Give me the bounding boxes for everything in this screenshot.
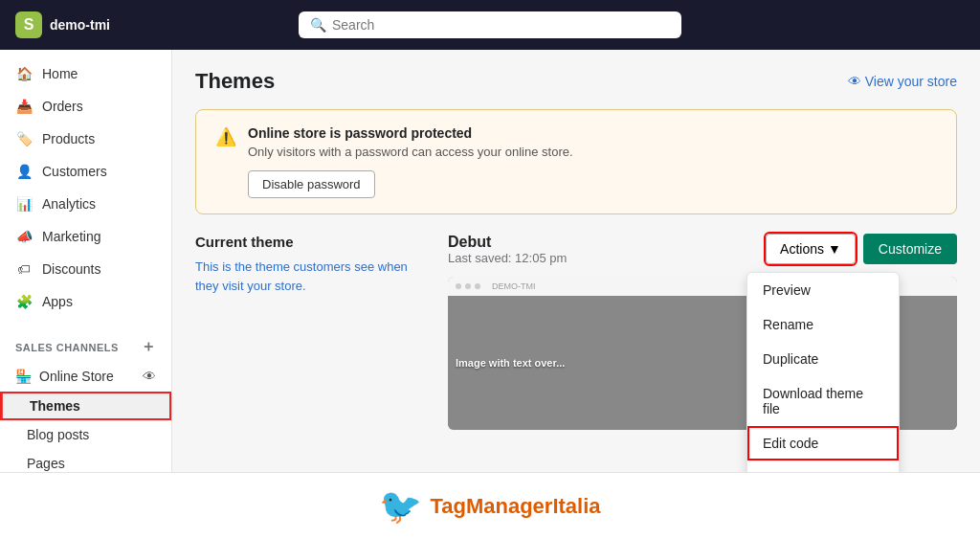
watermark-text: TagManagerItalia [430, 494, 600, 519]
theme-name: Debut [448, 234, 567, 251]
current-theme-desc: This is the theme customers see when the… [195, 258, 425, 295]
online-store-settings-icon[interactable]: 👁 [143, 369, 156, 384]
current-theme-heading: Current theme [195, 234, 425, 250]
warning-icon: ⚠️ [215, 126, 236, 147]
watermark-bar: 🐦 TagManagerItalia [0, 472, 980, 539]
sidebar-item-discounts[interactable]: 🏷 Discounts [0, 253, 171, 285]
current-theme-section: Current theme This is the theme customer… [195, 234, 957, 430]
view-store-label: View your store [865, 74, 957, 89]
watermark-text-orange: Italia [552, 494, 600, 518]
customers-icon: 👤 [15, 163, 33, 180]
blog-posts-label: Blog posts [27, 427, 89, 442]
main-content: Themes 👁 View your store ⚠️ Online store… [172, 50, 980, 472]
apps-icon: 🧩 [15, 293, 33, 310]
sidebar-item-marketing[interactable]: 📣 Marketing [0, 220, 171, 253]
chevron-down-icon: ▼ [828, 241, 841, 257]
sidebar-sub-item-pages[interactable]: Pages [0, 449, 171, 472]
preview-dot-3 [475, 283, 480, 289]
theme-saved: Last saved: 12:05 pm [448, 251, 567, 265]
customize-button[interactable]: Customize [863, 234, 957, 264]
discounts-icon: 🏷 [15, 260, 33, 278]
page-header: Themes 👁 View your store [195, 69, 957, 94]
sidebar-label-apps: Apps [42, 294, 73, 309]
theme-description-panel: Current theme This is the theme customer… [195, 234, 425, 430]
sidebar-item-orders[interactable]: 📥 Orders [0, 90, 171, 123]
theme-card: Debut Last saved: 12:05 pm Actions ▼ Cus… [448, 234, 957, 430]
preview-dot-1 [456, 283, 461, 289]
theme-info: Debut Last saved: 12:05 pm [448, 234, 567, 273]
watermark-text-black: TagManager [430, 494, 552, 518]
sidebar: 🏠 Home 📥 Orders 🏷️ Products 👤 Customers … [0, 50, 172, 472]
alert-description: Only visitors with a password can access… [248, 145, 573, 159]
actions-button[interactable]: Actions ▼ [766, 234, 856, 264]
layout: 🏠 Home 📥 Orders 🏷️ Products 👤 Customers … [0, 50, 980, 472]
watermark-bird-icon: 🐦 [379, 486, 422, 527]
sidebar-label-products: Products [42, 131, 95, 146]
store-name: demo-tmi [50, 17, 110, 33]
search-icon: 🔍 [310, 17, 326, 33]
store-logo-area: S demo-tmi [15, 11, 188, 38]
themes-label: Themes [30, 398, 80, 414]
preview-url: DEMO-TMI [492, 281, 536, 291]
online-store-row: 🏪 Online Store 👁 [0, 361, 171, 392]
alert-content: Online store is password protected Only … [248, 125, 573, 198]
pages-label: Pages [27, 456, 65, 471]
preview-dot-2 [465, 283, 471, 289]
sidebar-item-home[interactable]: 🏠 Home [0, 57, 171, 90]
products-icon: 🏷️ [15, 130, 33, 147]
dropdown-item-duplicate[interactable]: Duplicate [747, 342, 899, 376]
sidebar-item-products[interactable]: 🏷️ Products [0, 123, 171, 155]
marketing-icon: 📣 [15, 228, 33, 245]
sidebar-item-analytics[interactable]: 📊 Analytics [0, 188, 171, 220]
shopify-icon: S [15, 11, 42, 38]
alert-title: Online store is password protected [248, 125, 573, 141]
disable-password-button[interactable]: Disable password [248, 170, 375, 198]
dropdown-item-edit-code[interactable]: Edit code [747, 426, 899, 460]
online-store-text: Online Store [39, 369, 114, 384]
main-nav: 🏠 Home 📥 Orders 🏷️ Products 👤 Customers … [0, 50, 171, 326]
sidebar-sub-item-themes[interactable]: Themes [0, 392, 171, 420]
dropdown-item-preview[interactable]: Preview [747, 273, 899, 307]
page-title: Themes [195, 69, 275, 94]
sidebar-label-marketing: Marketing [42, 229, 100, 244]
sidebar-item-apps[interactable]: 🧩 Apps [0, 285, 171, 318]
sales-channels-section: SALES CHANNELS ＋ [0, 326, 171, 361]
dropdown-item-download-theme-file[interactable]: Download theme file [747, 376, 899, 426]
sales-channels-label: SALES CHANNELS [15, 342, 119, 353]
theme-card-actions: Actions ▼ Customize Preview Rename Dupli… [766, 234, 957, 264]
add-sales-channel-icon[interactable]: ＋ [141, 337, 157, 357]
sidebar-label-analytics: Analytics [42, 196, 96, 212]
online-store-label[interactable]: 🏪 Online Store [15, 369, 114, 384]
current-theme-desc-text: is the theme customers see when they vis… [195, 259, 408, 293]
dropdown-item-edit-languages[interactable]: Edit languages [747, 460, 899, 472]
actions-label: Actions [780, 241, 824, 257]
this-link[interactable]: This [195, 259, 219, 274]
online-store-subnav: Themes Blog posts Pages Navigation Domai… [0, 392, 171, 472]
view-store-link[interactable]: 👁 View your store [848, 74, 957, 89]
dropdown-item-rename[interactable]: Rename [747, 307, 899, 342]
sidebar-label-discounts: Discounts [42, 261, 100, 277]
orders-icon: 📥 [15, 98, 33, 115]
sidebar-label-home: Home [42, 66, 78, 81]
sidebar-item-customers[interactable]: 👤 Customers [0, 155, 171, 188]
home-icon: 🏠 [15, 65, 33, 82]
topbar: S demo-tmi 🔍 [0, 0, 980, 50]
sidebar-label-customers: Customers [42, 164, 107, 179]
analytics-icon: 📊 [15, 195, 33, 213]
sidebar-label-orders: Orders [42, 99, 83, 114]
password-alert: ⚠️ Online store is password protected On… [195, 109, 957, 214]
online-store-icon: 🏪 [15, 369, 32, 384]
preview-text-overlay: Image with text over... [456, 357, 565, 369]
search-input[interactable] [332, 17, 670, 33]
eye-icon: 👁 [848, 74, 861, 89]
actions-dropdown-menu: Preview Rename Duplicate Download theme … [746, 272, 900, 472]
search-bar[interactable]: 🔍 [299, 11, 681, 38]
sidebar-sub-item-blog-posts[interactable]: Blog posts [0, 420, 171, 449]
